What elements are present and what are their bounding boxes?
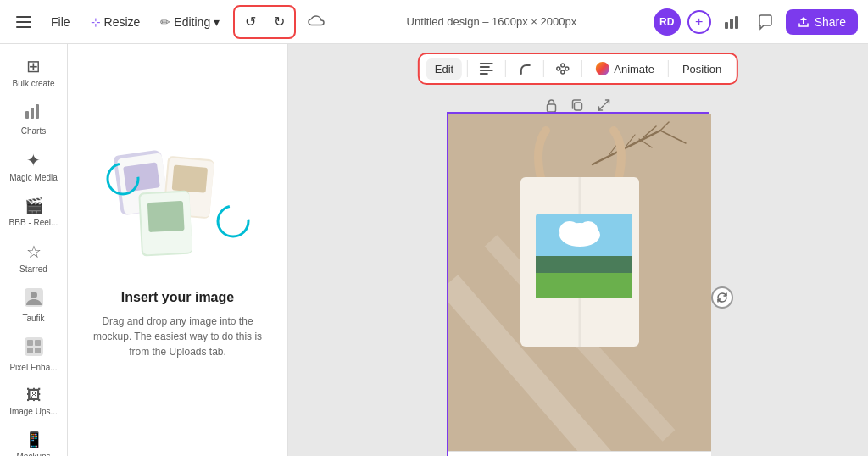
animate-label: Animate [614,63,654,75]
svg-rect-3 [725,22,728,29]
sidebar-item-bbb-reel[interactable]: 🎬 BBB - Reel... [4,192,64,233]
sidebar-item-mockups-label: Mockups [16,452,50,456]
sidebar-item-pixel-enhance[interactable]: Pixel Enha... [4,332,64,378]
divider-2 [505,60,506,77]
svg-rect-5 [735,16,738,29]
canvas-area[interactable]: Edit [288,44,868,456]
canvas-image: + Add page [448,114,711,456]
svg-point-35 [561,70,565,74]
resize-button[interactable]: ⊹ Resize [84,10,147,34]
secondary-toolbar: Edit [418,53,738,85]
svg-point-56 [579,221,598,238]
toolbar-left: File ⊹ Resize ✏ Editing ▾ ↺ ↻ [10,5,330,39]
svg-rect-8 [36,104,39,119]
rotate-handle[interactable] [711,286,733,309]
panel-area: Insert your image Drag and drop any imag… [68,44,288,456]
svg-point-34 [565,67,569,70]
effects-button[interactable] [549,58,576,80]
pixel-enhance-icon [25,337,43,360]
chevron-down-icon: ▾ [214,15,220,29]
add-collaborator-button[interactable]: + [687,10,711,34]
svg-rect-51 [536,256,632,273]
copy-element-button[interactable] [568,96,587,118]
svg-rect-37 [575,103,582,110]
document-title: Untitled design – 1600px × 2000px [407,15,577,28]
svg-rect-36 [548,104,556,112]
star-icon: ☆ [26,242,42,262]
svg-rect-4 [730,19,733,29]
svg-rect-53 [536,292,632,298]
share-button[interactable]: Share [786,9,858,35]
edit-button[interactable]: Edit [426,58,462,80]
editing-button[interactable]: ✏ Editing ▾ [153,10,226,34]
svg-rect-28 [480,63,493,64]
left-sidebar: ⊞ Bulk create Charts ✦ Magic Media 🎬 BBB… [0,44,68,456]
sidebar-item-starred[interactable]: ☆ Starred [4,236,64,280]
taufik-icon [25,288,43,311]
svg-rect-22 [171,164,207,192]
resize-element-button[interactable] [594,95,615,118]
charts-icon [25,103,43,124]
sidebar-item-mockups[interactable]: 📱 Mockups [4,425,64,456]
undo-button[interactable]: ↺ [236,8,264,36]
animate-icon [596,62,609,75]
svg-point-55 [559,221,580,240]
corner-radius-button[interactable] [511,58,538,80]
svg-rect-31 [480,73,488,75]
user-avatar[interactable]: RD [654,8,681,36]
toolbar-right: RD + Share [654,8,858,36]
svg-rect-0 [16,16,31,18]
cloud-save-button[interactable] [303,8,330,36]
resize-label: Resize [104,15,141,29]
sidebar-item-bulk-create[interactable]: ⊞ Bulk create [4,51,64,94]
sidebar-item-image-ups-label: Image Ups... [9,407,58,417]
bulk-create-icon: ⊞ [26,56,41,76]
svg-rect-13 [35,340,41,346]
svg-point-33 [561,64,565,67]
svg-point-32 [557,67,560,70]
position-button[interactable]: Position [674,58,730,80]
comments-button[interactable] [752,8,779,36]
divider-1 [467,60,468,77]
share-label: Share [815,15,846,29]
svg-rect-15 [35,348,41,353]
panel-description: Drag and drop any image into the mockup.… [85,314,270,359]
bbb-reel-icon: 🎬 [25,197,43,215]
animate-button[interactable]: Animate [587,58,663,80]
svg-rect-29 [480,66,490,68]
menu-button[interactable] [10,8,37,36]
analytics-button[interactable] [718,8,745,36]
add-page-bar[interactable]: + Add page [448,451,711,456]
sidebar-item-taufik-label: Taufik [22,314,44,324]
undo-redo-group: ↺ ↻ [233,5,296,39]
svg-rect-19 [123,162,160,192]
sidebar-item-taufik[interactable]: Taufik [4,283,64,329]
svg-rect-12 [27,340,33,346]
magic-media-icon: ✦ [26,150,41,170]
sidebar-item-charts[interactable]: Charts [4,97,64,142]
lock-element-button[interactable] [542,95,561,118]
panel-title: Insert your image [121,290,234,305]
sidebar-item-starred-label: Starred [19,264,47,275]
svg-rect-30 [480,70,493,71]
canvas-element[interactable]: + Add page [447,112,709,456]
pencil-icon: ✏ [160,15,170,29]
svg-rect-6 [25,111,29,119]
svg-rect-14 [27,348,33,353]
sidebar-item-image-ups[interactable]: 🖼 Image Ups... [4,381,64,422]
sidebar-item-pixel-enhance-label: Pixel Enha... [9,363,57,373]
svg-rect-25 [147,201,184,232]
sidebar-item-magic-media[interactable]: ✦ Magic Media [4,145,64,188]
align-button[interactable] [473,58,500,79]
sidebar-item-magic-media-label: Magic Media [9,173,58,183]
svg-rect-1 [16,21,31,23]
mockups-icon: 📱 [25,431,43,449]
editing-label: Editing [174,15,210,29]
main-area: ⊞ Bulk create Charts ✦ Magic Media 🎬 BBB… [0,44,868,456]
svg-point-10 [31,292,37,298]
svg-point-27 [218,206,248,236]
file-button[interactable]: File [44,10,77,34]
svg-rect-2 [16,26,31,28]
mockup-preview-svg [102,141,254,268]
redo-button[interactable]: ↻ [265,8,292,36]
